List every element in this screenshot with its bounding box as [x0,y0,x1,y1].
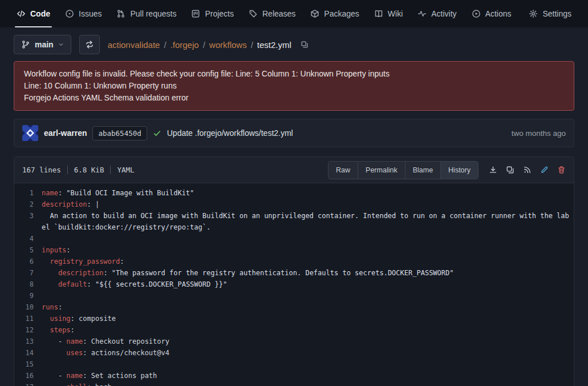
error-line: Workflow config file is invalid. Please … [24,68,564,80]
nav-item-releases[interactable]: Releases [241,0,303,27]
line-number[interactable]: 8 [14,279,42,290]
line-content: inputs: [42,244,574,256]
code-line: 7 description: "The password for the reg… [14,267,574,279]
line-content: An action to build an OCI image with Bui… [42,210,574,233]
code-line: 4 [14,233,574,244]
trash-icon [557,166,566,174]
code-line: 9 [14,290,574,301]
code-line: 11 using: composite [14,313,574,324]
line-content: steps: [42,324,574,336]
nav-item-label: Releases [262,9,295,18]
code-line: 16 - name: Set actions path [14,370,574,381]
breadcrumb-segment[interactable]: workflows [209,40,247,50]
nav-item-projects[interactable]: Projects [184,0,241,27]
nav-item-label: Actions [485,9,512,18]
copy-path-button[interactable] [299,39,310,50]
line-number[interactable]: 1 [14,187,42,199]
breadcrumb-segment[interactable]: .forgejo [171,40,199,50]
line-number[interactable]: 15 [14,359,42,370]
nav-item-label: Activity [431,9,456,18]
file-panel: 167 lines 6.8 KiB YAML RawPermalinkBlame… [14,156,574,386]
nav-item-label: Issues [79,9,102,18]
line-number[interactable]: 14 [14,347,42,359]
line-content: registry_password: [42,256,574,267]
gear-icon [529,9,538,18]
line-number[interactable]: 2 [14,199,42,210]
compare-button[interactable] [79,35,100,54]
nav-item-wiki[interactable]: Wiki [367,0,410,27]
file-size: 6.8 KiB [74,166,104,174]
line-number[interactable]: 5 [14,244,42,256]
copy-icon [301,41,309,49]
nav-item-label: Projects [205,9,234,18]
wiki-icon [374,9,383,18]
file-view-buttons: RawPermalinkBlameHistory [328,161,478,179]
nav-item-label: Code [30,9,50,18]
download-button[interactable] [486,163,500,176]
nav-item-label: Wiki [388,9,403,18]
line-content: - name: Set actions path [42,370,574,381]
code-line: 5inputs: [14,244,574,256]
line-number[interactable]: 13 [14,336,42,347]
line-content: runs: [42,301,574,313]
rss-feed-button[interactable] [521,163,534,176]
commit-message[interactable]: Update .forgejo/workflows/test2.yml [167,128,293,138]
nav-items: CodeIssuesPull requestsProjectsReleasesP… [9,0,519,27]
file-line-count: 167 lines [22,166,61,174]
raw-button[interactable]: Raw [329,162,358,179]
line-number[interactable]: 12 [14,324,42,336]
avatar[interactable] [22,125,38,141]
compare-icon [85,40,94,49]
nav-item-packages[interactable]: Packages [303,0,366,27]
edit-file-button[interactable] [538,163,551,176]
blame-button[interactable]: Blame [405,162,440,179]
commit-hash-badge[interactable]: abab65450d [92,126,147,140]
line-number[interactable]: 6 [14,256,42,267]
history-button[interactable]: History [440,162,478,179]
delete-file-button[interactable] [555,163,568,176]
code-icon [17,9,26,18]
nav-item-issues[interactable]: Issues [58,0,109,27]
nav-item-settings[interactable]: Settings [521,0,579,27]
activity-icon [417,9,427,18]
nav-item-actions[interactable]: Actions [464,0,519,27]
divider [67,166,68,174]
error-line: Line: 10 Column 1: Unknown Property runs [24,80,564,92]
line-content: description: "The password for the regis… [42,267,574,279]
file-header: 167 lines 6.8 KiB YAML RawPermalinkBlame… [14,157,574,183]
line-number[interactable]: 3 [14,210,42,233]
commit-time: two months ago [512,129,566,138]
branch-icon [21,40,30,49]
code-line: 3 An action to build an OCI image with B… [14,210,574,233]
breadcrumb-separator: / [203,40,205,50]
line-number[interactable]: 10 [14,301,42,313]
line-content: description: | [42,199,574,210]
line-number[interactable]: 16 [14,370,42,381]
permalink-button[interactable]: Permalink [358,162,405,179]
line-number[interactable]: 4 [14,233,42,244]
check-icon[interactable] [153,129,161,138]
rss-icon [523,166,532,174]
divider [110,166,111,174]
breadcrumb-segment[interactable]: actionvalidate [108,40,160,50]
copy-content-button[interactable] [504,163,517,176]
commit-box: earl-warren abab65450d Update .forgejo/w… [14,119,574,147]
error-line: Forgejo Actions YAML Schema validation e… [24,92,564,104]
line-content [42,233,574,244]
error-banner: Workflow config file is invalid. Please … [14,61,574,111]
packages-icon [310,9,319,18]
line-number[interactable]: 17 [14,381,42,386]
line-number[interactable]: 11 [14,313,42,324]
file-action-icons [486,163,568,176]
line-content: shell: bash [42,381,574,386]
commit-author[interactable]: earl-warren [44,128,87,138]
code-line: 2description: | [14,199,574,210]
nav-item-pull-requests[interactable]: Pull requests [109,0,184,27]
nav-item-activity[interactable]: Activity [410,0,464,27]
top-nav: CodeIssuesPull requestsProjectsReleasesP… [0,0,588,27]
line-number[interactable]: 9 [14,290,42,301]
line-content: using: composite [42,313,574,324]
branch-selector[interactable]: main [14,35,71,54]
line-number[interactable]: 7 [14,267,42,279]
nav-item-code[interactable]: Code [9,0,58,27]
